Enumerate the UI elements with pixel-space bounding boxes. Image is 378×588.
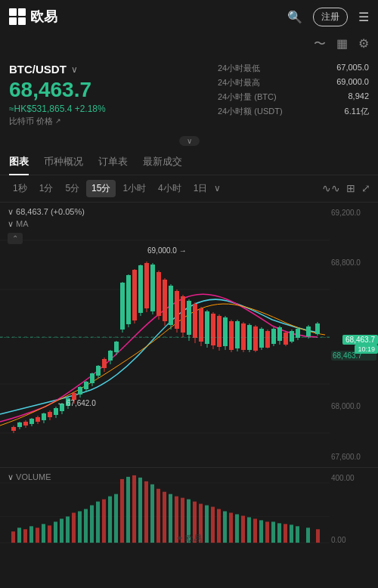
svg-rect-86 (253, 326, 258, 351)
svg-rect-98 (290, 331, 294, 342)
annotation-low: ← 67,642.0 (57, 399, 96, 407)
svg-rect-112 (36, 528, 39, 543)
volume-label: ∨ VOLUME (8, 472, 51, 482)
stat-row-vol-btc: 24小时量 (BTC) 8,942 (218, 91, 369, 103)
svg-rect-131 (150, 484, 154, 543)
fullscreen-icon[interactable]: ⊞ (346, 182, 355, 194)
logo: 欧易 (9, 8, 57, 26)
svg-rect-145 (235, 514, 239, 543)
svg-rect-88 (259, 329, 264, 348)
svg-rect-64 (187, 301, 191, 335)
search-icon[interactable]: 🔍 (287, 10, 302, 24)
volume-section: ∨ VOLUME 400.00 0.00 (0, 467, 378, 550)
stat-row-high: 24小时最高 69,000.0 (218, 77, 369, 88)
trading-pair[interactable]: BTC/USDT (9, 63, 67, 76)
svg-rect-120 (84, 509, 88, 543)
interval-4h[interactable]: 4小时 (153, 180, 187, 197)
interval-1h[interactable]: 1小时 (117, 180, 151, 197)
stat-label-low: 24小时最低 (218, 63, 260, 74)
pair-dropdown-arrow[interactable]: ∨ (71, 64, 78, 75)
svg-rect-143 (223, 511, 227, 543)
svg-rect-104 (315, 323, 320, 334)
interval-row: 1秒 1分 5分 15分 1小时 4小时 1日 ∨ ∿∿ ⊞ ⤢ (0, 175, 378, 203)
svg-rect-125 (114, 494, 118, 542)
svg-rect-133 (163, 492, 166, 543)
svg-rect-116 (60, 518, 64, 543)
svg-rect-66 (193, 304, 197, 338)
svg-rect-153 (284, 524, 287, 543)
document-icon[interactable]: ▦ (336, 36, 348, 52)
stat-row-low: 24小时最低 67,005.0 (218, 63, 369, 74)
svg-rect-157 (316, 529, 320, 543)
chart-ma-label: ∨ MA (8, 219, 29, 229)
tab-chart[interactable]: 图表 (9, 149, 29, 175)
svg-rect-16 (42, 413, 46, 420)
tab-overview[interactable]: 币种概况 (44, 149, 83, 175)
pair-row: BTC/USDT ∨ (9, 63, 210, 76)
tabs-row: 图表 币种概况 订单表 最新成交 (0, 149, 378, 175)
tab-trades[interactable]: 最新成交 (143, 149, 182, 175)
svg-rect-123 (102, 499, 106, 542)
svg-rect-72 (211, 314, 215, 345)
svg-rect-130 (144, 481, 148, 543)
svg-rect-110 (23, 529, 27, 543)
chart-current-price-text: 68,463.7 (+0.05%) (16, 207, 85, 216)
svg-rect-94 (277, 327, 282, 341)
watermark: ✦ 欧易 (176, 533, 202, 544)
svg-rect-42 (120, 283, 125, 330)
indicator-icon[interactable]: ∿∿ (322, 182, 340, 194)
svg-rect-52 (150, 265, 155, 311)
chart-container: ∨ 68,463.7 (+0.05%) ∨ MA ⌃ 69,200.0 68,8… (0, 203, 378, 467)
header: 欧易 🔍 注册 ☰ (0, 0, 378, 33)
y-label-5: 68,000.0 (331, 402, 376, 410)
price-left: BTC/USDT ∨ 68,463.7 ≈HK$531,865.4 +2.18%… (9, 63, 210, 127)
svg-rect-18 (48, 412, 52, 417)
svg-rect-14 (36, 417, 40, 422)
expand-button[interactable]: ∨ (179, 136, 200, 146)
svg-rect-48 (138, 265, 143, 313)
svg-rect-150 (265, 521, 269, 543)
menu-icon[interactable]: ☰ (358, 10, 369, 24)
current-time-label: 10:19 (355, 345, 378, 354)
stat-value-high: 69,000.0 (336, 77, 369, 88)
svg-rect-142 (217, 509, 221, 543)
svg-rect-20 (54, 408, 58, 415)
interval-5m[interactable]: 5分 (60, 180, 85, 197)
expand-chart-icon[interactable]: ⤢ (361, 182, 370, 194)
svg-rect-74 (217, 316, 222, 347)
interval-1s[interactable]: 1秒 (8, 180, 33, 197)
svg-rect-6 (11, 427, 16, 431)
interval-1m[interactable]: 1分 (34, 180, 59, 197)
svg-rect-124 (108, 496, 112, 542)
svg-rect-102 (306, 326, 311, 336)
svg-rect-144 (229, 512, 233, 543)
svg-rect-38 (108, 351, 113, 361)
wave-icon[interactable]: 〜 (314, 36, 326, 52)
svg-rect-36 (102, 359, 107, 368)
svg-rect-151 (271, 521, 275, 543)
svg-rect-54 (156, 272, 161, 316)
register-button[interactable]: 注册 (313, 8, 348, 26)
svg-rect-134 (169, 494, 172, 542)
svg-rect-115 (54, 521, 57, 543)
svg-rect-156 (306, 528, 310, 543)
hk-price: ≈HK$531,865.4 +2.18% (9, 104, 210, 114)
tab-orderbook[interactable]: 订单表 (98, 149, 128, 175)
logo-text: 欧易 (30, 8, 57, 26)
interval-more-icon[interactable]: ∨ (214, 183, 221, 193)
svg-rect-126 (120, 479, 124, 543)
gear-icon[interactable]: ⚙ (358, 36, 369, 52)
stat-value-low: 67,005.0 (336, 63, 369, 74)
svg-rect-121 (90, 505, 94, 543)
svg-rect-92 (271, 329, 276, 344)
chart-expand-icon[interactable]: ⌃ (8, 233, 23, 244)
stat-label-high: 24小时最高 (218, 77, 260, 88)
svg-rect-46 (132, 270, 137, 320)
interval-15m[interactable]: 15分 (86, 180, 116, 197)
svg-rect-90 (265, 331, 270, 348)
svg-rect-114 (48, 525, 51, 543)
svg-rect-117 (66, 516, 70, 543)
interval-1d[interactable]: 1日 (188, 180, 213, 197)
price-stats: 24小时最低 67,005.0 24小时最高 69,000.0 24小时量 (B… (218, 63, 369, 127)
svg-rect-80 (235, 321, 240, 348)
